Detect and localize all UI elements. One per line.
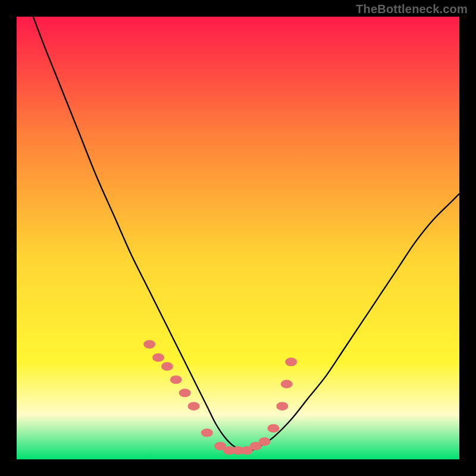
marker-point bbox=[276, 402, 288, 411]
marker-point bbox=[281, 380, 293, 388]
marker-point bbox=[170, 375, 182, 384]
gradient-background bbox=[17, 17, 459, 459]
marker-point bbox=[143, 340, 155, 348]
attribution-text: TheBottleneck.com bbox=[356, 2, 468, 16]
marker-point bbox=[285, 358, 297, 366]
marker-point bbox=[161, 362, 173, 371]
marker-point bbox=[152, 353, 164, 362]
chart-frame: TheBottleneck.com bbox=[0, 0, 476, 476]
chart-svg bbox=[17, 17, 459, 459]
marker-point bbox=[259, 437, 271, 446]
marker-point bbox=[201, 428, 213, 437]
marker-point bbox=[188, 402, 200, 411]
marker-point bbox=[268, 424, 280, 433]
marker-point bbox=[179, 389, 191, 397]
plot-area bbox=[17, 17, 459, 459]
